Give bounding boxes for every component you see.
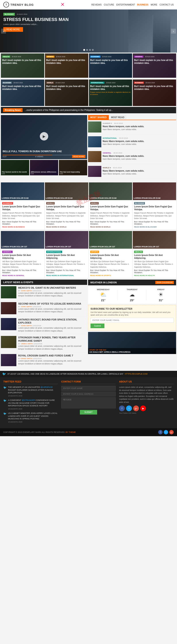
story-title: US HAILS NET AFRICA EBOLA PROGRESS [89, 351, 175, 353]
nav-culture[interactable]: CULTURE [104, 4, 114, 6]
news-title-4: STRONGER FAMILY BONDS, TWO YEARS AFTER H… [18, 336, 87, 342]
cat-card-health[interactable]: HEALTH 20 AUG 2016 But I must explain to… [1, 54, 44, 78]
readmore-4[interactable]: READ MORE IN BLOGGER [134, 226, 175, 228]
cat-title-world: But I must explain to you how all this m… [46, 85, 87, 90]
bottom-category-grid: BLOGGER 30 AUG 2016 But I must explain t… [0, 78, 177, 107]
nav-business[interactable]: BUSINESS [137, 4, 148, 6]
readmore-1[interactable]: READ MORE IN BUSINESS [2, 226, 43, 228]
cat-card-sports[interactable]: SPORTS 20 AUG 2016 But I must explain to… [45, 54, 88, 78]
contact-name-input[interactable] [61, 386, 116, 391]
tab-most-read[interactable]: MOST READ [109, 115, 127, 120]
hero-read-more-button[interactable]: READ MORE [3, 27, 23, 32]
thumb-item-1[interactable]: The fastest world in the world 3:46 [1, 160, 29, 175]
about-title: ABOUT US [119, 380, 174, 384]
copyright-text: COPYRIGHT © 2015 EXEMPLARY MARK ALL RIGH… [3, 431, 76, 433]
ticker-link[interactable]: HTTPS://EXAMPLE.COM [125, 373, 147, 375]
cat-title-intl: But I must explain to you how all this m… [90, 85, 131, 90]
twitter-feed-col: TWITTER FEED 🐦 THE MENDER AT AN UNCHARTE… [3, 380, 58, 425]
article-card-1[interactable]: LOREM IPSUM DOLOR EAM BUSINESS Lorem Ips… [1, 182, 44, 229]
cat-title-general: But I must explain to you how all this m… [134, 59, 175, 64]
nav-reviews[interactable]: REVIEWS [91, 4, 102, 6]
google-plus-icon[interactable]: g+ [133, 406, 139, 411]
youtube-icon[interactable]: ▶ [140, 406, 146, 411]
news-item-4: STRONGER FAMILY BONDS, TWO YEARS AFTER H… [1, 336, 87, 352]
readmore-2[interactable]: READ MORE IN WORLD [46, 226, 87, 228]
cat-card-blogger[interactable]: BLOGGER 30 AUG 2016 But I must explain t… [1, 80, 44, 106]
thumb-date-1: 3:46 [2, 173, 28, 174]
readmore-3[interactable]: READ MORE IN WORLD [90, 226, 131, 228]
cat-card-business[interactable]: BUSINESS 20 AUG 2016 But I must explain … [133, 80, 176, 106]
newsletter-desc: Get the latest news and updates by signi… [90, 311, 174, 316]
thumb-item-2[interactable]: differences versus differences 5:04 [30, 160, 58, 175]
play-button-icon[interactable]: ▶ [40, 132, 48, 140]
cat-title-economic: But I must explai to you how all this mi… [90, 59, 131, 64]
video-views: 4 VIEWS [35, 156, 43, 158]
contact-email-input[interactable] [61, 392, 116, 396]
newsletter-submit-button[interactable]: Submit [90, 324, 104, 328]
footer-social-icons: f t g+ [158, 430, 174, 434]
cat-card-general[interactable]: GENERAL 30 AUG 2016 But I must explain t… [133, 54, 176, 78]
tab-most-shared[interactable]: MOST SHARED [88, 115, 109, 120]
readmore-8[interactable]: READ MORE IN HEALTH [134, 274, 175, 276]
story-label: STORY OF THE DAY [89, 349, 175, 351]
facebook-icon[interactable]: f [119, 406, 125, 411]
twitter-social-icon[interactable]: t [126, 406, 132, 411]
sidebar-panel: MOST SHARED MOST READ NUMBER 3 30.02.201… [88, 115, 176, 181]
latest-news-section: LATEST NEWS & EVENTS MEXICO'S OIL GIANT … [0, 279, 177, 371]
contact-submit-button[interactable]: SUBMIT [80, 410, 97, 414]
article-card-3[interactable]: LOREM IPSUM DOLOR EAM WORLD Lorem Ipsum … [89, 182, 132, 229]
cat-card-world[interactable]: WORLD 20 AUG 2016 But I must explain to … [45, 80, 88, 106]
readmore-6[interactable]: READ MORE IN INTERNATIONAL [46, 274, 87, 276]
video-readmore-link[interactable]: READ MORE [72, 155, 85, 158]
article-card-5[interactable]: LOREM IPSUM DOLOR SIT GENERAL Lorem Ipsu… [1, 231, 44, 278]
cat-label-sports: SPORTS [46, 56, 54, 58]
ticker-icon: 🐦 [2, 372, 6, 376]
footer-twitter-icon[interactable]: t [164, 430, 168, 434]
contact-message-input[interactable] [61, 397, 116, 408]
nav-more[interactable]: MORE [151, 4, 157, 6]
nav-contact[interactable]: CONTACT US [159, 4, 174, 6]
hero-prev-arrow[interactable]: ‹ [1, 29, 6, 34]
hero-section: BLOGGER 20 AUG 2016 STRESS FULL BUSINESS… [0, 10, 177, 52]
article-card-6[interactable]: LOREM IPSUM DOLOR SIT INTERNATIONAL Lore… [45, 231, 88, 278]
logo[interactable]: T TRENDY BLOG [3, 2, 34, 8]
cat-card-international[interactable]: INTERNATIONAL 20 AUG 2016 But I must exp… [89, 80, 132, 106]
calendar-button[interactable]: OUR CALENDAR [155, 281, 174, 284]
hero-date: 20 AUG 2016 [17, 13, 27, 15]
sidebar-item-2: INTERNATIONAL 30.02.2016 Nunc libero tem… [88, 136, 176, 149]
article-card-8[interactable]: LOREM IPSUM DOLOR SIT HEALTH Lorem Ipsum… [133, 231, 176, 278]
twitter-icon-3: 🐦 [3, 412, 7, 423]
hero-dots [83, 49, 94, 51]
readmore-5[interactable]: READ MORE IN GENERAL [2, 274, 43, 276]
article-card-7[interactable]: LOREM IPSUM DOLOR SIT SPORTS Lorem Ipsum… [89, 231, 132, 278]
article-card-4[interactable]: LOREM IPSUM DOLOR EAM BLOGGER Lorem Ipsu… [133, 182, 176, 229]
footer-facebook-icon[interactable]: f [158, 430, 163, 434]
footer-top: TWITTER FEED 🐦 THE MENDER AT AN UNCHARTE… [0, 377, 177, 428]
main-content-area: ▶ BELLE FULL TOWERS IN DUBAI DOWNTOWN UA… [0, 114, 177, 182]
theme-link[interactable]: BY THEME [66, 431, 76, 433]
sidebar-item-1: NUMBER 3 30.02.2016 Nunc libero tempore,… [88, 122, 176, 134]
news-title-1: MEXICO'S OIL GIANT IS IN UNCHARTED WATER… [18, 286, 87, 289]
header: T TRENDY BLOG REVIEWS CULTURE ENTERTAINM… [0, 0, 177, 10]
tweet-3: 🐦 US CABINET MINISTER JOHN KERRY LOVES L… [3, 412, 58, 423]
cat-date-economic: 20 AUG 2016 [102, 56, 111, 58]
cat-card-economic[interactable]: ECONOMIC 20 AUG 2016 But I must explai t… [89, 54, 132, 78]
nav-entertainment[interactable]: ENTERTAINMENT [116, 4, 135, 6]
contact-form-col: CONTACT FORM SUBMIT [61, 380, 116, 425]
thumb-item-3[interactable]: The fast and impossibly 5:46 [59, 160, 87, 175]
main-left: ▶ BELLE FULL TOWERS IN DUBAI DOWNTOWN UA… [1, 115, 87, 181]
news-item-3: ANTARES ROCKET, BOUND FOR SPACE STATION,… [1, 318, 87, 334]
readmore-7[interactable]: READ MORE IN SPORTS [90, 274, 131, 276]
hero-desc: Lorem ipsum dolor sonsectetur adipis... [3, 23, 69, 26]
ticker-bar: 🐦 AT LEAST 134 MISSING, AND ONE DEAD IN … [0, 371, 177, 377]
cat-title-sports: But I must explain to you how all this m… [46, 59, 87, 64]
newsletter-email-input[interactable] [90, 318, 174, 323]
weather-day-wednesday: WEDNESDAY ⛅ 21° [90, 288, 117, 302]
menu-close-icon[interactable] [61, 3, 64, 6]
hero-next-arrow[interactable]: › [171, 29, 176, 34]
cat-date-sports: 20 AUG 2016 [56, 56, 65, 58]
footer-googleplus-icon[interactable]: g+ [169, 430, 174, 434]
article-card-2[interactable]: LOREM IPSUM DOLOR EAM WORLD Lorem Ipsum … [45, 182, 88, 229]
featured-video[interactable]: ▶ BELLE FULL TOWERS IN DUBAI DOWNTOWN UA… [1, 115, 87, 159]
twitter-feed-title: TWITTER FEED [3, 380, 58, 384]
